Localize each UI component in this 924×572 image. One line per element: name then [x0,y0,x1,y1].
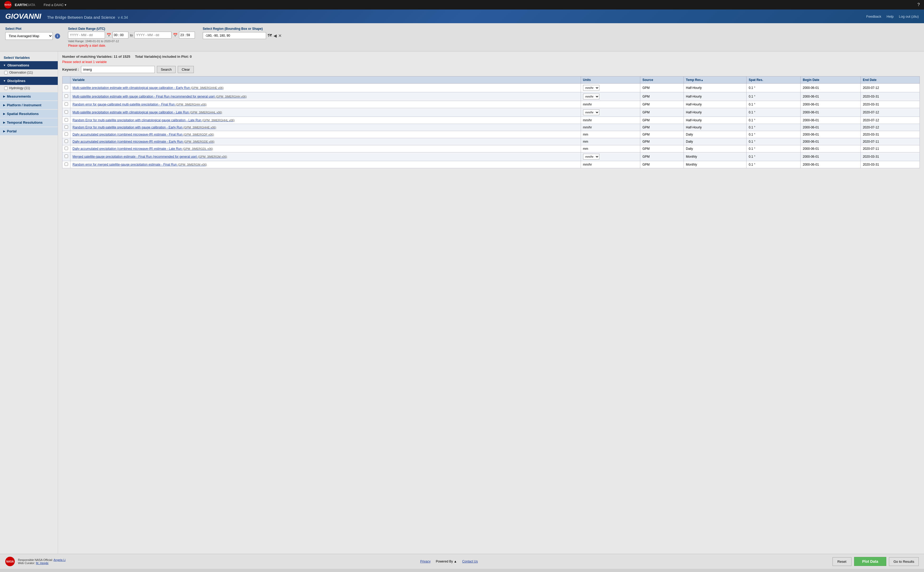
row-checkbox[interactable] [65,125,68,129]
units-select[interactable]: mm/hr [583,93,599,99]
help-icon[interactable]: ? [918,2,920,7]
disciplines-arrow: ▼ [3,79,6,82]
begin-date-cell: 2000-06-01 [801,108,861,117]
end-cal-icon[interactable]: 📅 [173,33,177,37]
observation-checkbox[interactable] [4,71,8,75]
map-icon[interactable]: 🗺 [268,33,272,38]
curator-link[interactable]: M. Hegde [36,561,48,564]
plot-type-select[interactable]: Time Averaged Map [5,32,53,40]
end-date-cell: 2020-03-31 [860,92,919,101]
portal-label: Portal [7,129,17,133]
platform-expandable[interactable]: ▶ Platform / Instrument [0,101,58,109]
variable-link[interactable]: Merged satellite-gauge precipitation est… [73,155,227,159]
variable-link[interactable]: Daily accumulated precipitation (combine… [73,147,213,151]
nasa-logo: NASA [4,1,12,8]
temp-res-cell: Half-Hourly [684,124,747,131]
logout-link[interactable]: Log out (zliu) [899,14,919,19]
giovanni-version: v 4.34 [118,15,128,20]
units-select[interactable]: mm/hr [583,85,599,91]
end-date-cell: 2020-03-31 [860,101,919,108]
official-link[interactable]: Angela Li [54,558,66,561]
variable-link[interactable]: Random Error for multi-satellite precipi… [73,126,216,129]
portal-expandable[interactable]: ▶ Portal [0,127,58,135]
end-date-cell: 2020-07-12 [860,108,919,117]
col-temp-res[interactable]: Temp Res▲ [684,76,747,84]
plot-info-icon[interactable]: i [55,34,60,39]
clear-region-icon[interactable]: ✕ [278,33,282,38]
row-checkbox[interactable] [65,140,68,143]
start-time-input[interactable] [113,32,129,39]
begin-date-cell: 2000-06-01 [801,117,861,124]
table-row: Daily accumulated precipitation (combine… [62,131,920,138]
arrow-left-icon[interactable]: ◀ [273,33,276,38]
row-checkbox[interactable] [65,132,68,136]
giovanni-header: GIOVANNI The Bridge Between Data and Sci… [0,9,924,23]
source-cell: GPM [640,108,684,117]
begin-date-cell: 2000-06-01 [801,138,861,145]
controls-area: Select Plot Time Averaged Map i Select D… [0,23,924,51]
end-date-cell: 2020-07-11 [860,145,919,152]
variable-link[interactable]: Random error for gauge-calibrated multi-… [73,103,207,106]
table-header-row: Variable Units Source Temp Res▲ Spat Res… [62,76,920,84]
contact-link[interactable]: Contact Us [462,560,478,563]
temporal-expandable[interactable]: ▶ Temporal Resolutions [0,118,58,127]
go-results-button[interactable]: Go to Results [889,557,919,566]
variable-link[interactable]: Multi-satellite precipitation estimate w… [73,86,224,90]
start-date-input[interactable] [68,32,105,39]
end-date-input[interactable] [135,32,171,39]
giovanni-subtitle: The Bridge Between Data and Science [47,15,115,20]
hydrology-checkbox-item: Hydrology (11) [0,85,58,91]
row-checkbox[interactable] [65,95,68,98]
footer: NASA Responsible NASA Official: Angela L… [0,554,924,569]
spat-res-cell: 0.1 ° [747,92,801,101]
row-checkbox[interactable] [65,110,68,113]
reset-button[interactable]: Reset [832,557,851,566]
variable-link[interactable]: Daily accumulated precipitation (combine… [73,140,214,143]
row-checkbox[interactable] [65,86,68,89]
row-checkbox[interactable] [65,154,68,158]
search-button[interactable]: Search [157,66,175,73]
variable-link[interactable]: Daily accumulated precipitation (combine… [73,133,214,136]
start-cal-icon[interactable]: 📅 [107,33,111,37]
variable-code: (GPM_3IMERGHHE v06) [191,86,224,89]
measurements-expandable[interactable]: ▶ Measurements [0,92,58,101]
variable-link[interactable]: Multi-satellite precipitation estimate w… [73,110,222,114]
measurements-label: Measurements [7,95,31,98]
row-checkbox[interactable] [65,118,68,121]
region-group: Select Region (Bounding Box or Shape) 🗺 … [203,27,282,39]
privacy-link[interactable]: Privacy [420,560,430,563]
temp-res-cell: Daily [684,145,747,152]
units-cell: mm/hr [581,117,640,124]
col-end: End Date [860,76,919,84]
keyword-input[interactable] [81,66,155,73]
disciplines-header[interactable]: ▼ Disciplines [0,77,58,85]
observation-checkbox-item: Observation (11) [0,69,58,76]
row-checkbox[interactable] [65,102,68,106]
help-link[interactable]: Help [887,14,894,19]
variable-link[interactable]: Random Error for multi-satellite precipi… [73,118,235,122]
temporal-label: Temporal Resolutions [7,121,43,124]
region-input[interactable] [203,32,266,39]
spat-res-cell: 0.1 ° [747,138,801,145]
region-input-row: 🗺 ◀ ✕ [203,32,282,39]
col-spat-res: Spat Res. [747,76,801,84]
row-checkbox[interactable] [65,147,68,150]
spatial-expandable[interactable]: ▶ Spatial Resolutions [0,110,58,118]
main-content: Number of matching Variables: 11 of 1525… [58,51,924,554]
date-error-msg: Please specify a start date. [68,44,195,47]
units-select[interactable]: mm/hr [583,109,599,115]
units-select[interactable]: mm/hr [583,154,599,160]
feedback-link[interactable]: Feedback [866,14,881,19]
platform-arrow: ▶ [3,104,5,107]
clear-button[interactable]: Clear [178,66,194,73]
end-time-input[interactable] [179,32,195,39]
row-checkbox[interactable] [65,162,68,166]
find-daac-button[interactable]: Find a DAAC ▾ [44,3,67,7]
variable-link[interactable]: Random error for merged satellite-gauge … [73,163,207,166]
plot-data-button[interactable]: Plot Data [854,557,887,566]
variable-link[interactable]: Multi-satellite precipitation estimate w… [73,95,247,98]
hydrology-checkbox[interactable] [4,87,8,90]
variable-code: (GPM_3IMERGHHL v06) [202,119,235,122]
observations-header[interactable]: ▼ Observations [0,61,58,69]
source-cell: GPM [640,84,684,92]
